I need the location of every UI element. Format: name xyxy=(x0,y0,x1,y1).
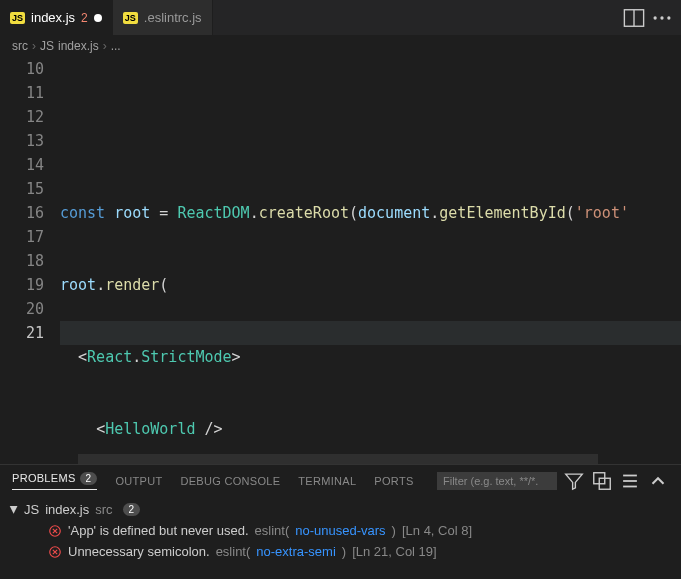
breadcrumb-file[interactable]: JS index.js xyxy=(40,39,99,53)
line-number: 13 xyxy=(0,129,44,153)
problem-location: [Ln 4, Col 8] xyxy=(402,523,472,538)
error-icon xyxy=(48,545,62,559)
problems-badge: 2 xyxy=(80,472,98,485)
panel-tabs: Problems2 Output Debug Console Terminal … xyxy=(0,465,681,497)
breadcrumb[interactable]: src › JS index.js › ... xyxy=(0,35,681,57)
tab-eslintrc-js[interactable]: JS .eslintrc.js xyxy=(113,0,213,35)
js-icon: JS xyxy=(24,502,39,517)
problem-file-name: index.js xyxy=(45,502,89,517)
current-line-highlight xyxy=(60,321,681,345)
chevron-up-icon[interactable] xyxy=(647,470,669,492)
js-icon: JS xyxy=(40,39,54,53)
line-number: 12 xyxy=(0,105,44,129)
error-count: 2 xyxy=(81,11,88,25)
problem-source: eslint( xyxy=(216,544,251,559)
chevron-down-icon[interactable]: ▶ xyxy=(9,506,20,514)
tab-index-js[interactable]: JS index.js 2 xyxy=(0,0,113,35)
line-number: 16 xyxy=(0,201,44,225)
svg-point-2 xyxy=(653,16,656,19)
chevron-right-icon: › xyxy=(103,39,107,53)
filter-icon[interactable] xyxy=(563,470,585,492)
bottom-panel: Problems2 Output Debug Console Terminal … xyxy=(0,464,681,579)
problem-item[interactable]: Unnecessary semicolon. eslint(no-extra-s… xyxy=(10,541,671,562)
breadcrumb-folder[interactable]: src xyxy=(12,39,28,53)
view-as-list-icon[interactable] xyxy=(619,470,641,492)
line-number: 21 xyxy=(0,321,44,345)
line-number: 18 xyxy=(0,249,44,273)
error-icon xyxy=(48,524,62,538)
tab-label: index.js xyxy=(31,10,75,25)
code-line: <React.StrictMode> xyxy=(60,345,681,369)
js-icon: JS xyxy=(123,12,138,24)
tab-label: .eslintrc.js xyxy=(144,10,202,25)
problem-location: [Ln 21, Col 19] xyxy=(352,544,437,559)
file-problem-count: 2 xyxy=(123,503,141,516)
breadcrumb-file-label: index.js xyxy=(58,39,99,53)
problem-message: 'App' is defined but never used. xyxy=(68,523,249,538)
line-number: 10 xyxy=(0,57,44,81)
svg-point-4 xyxy=(667,16,670,19)
line-gutter: 10 11 12 13 14 15 16 17 18 19 20 21 xyxy=(0,57,60,452)
breadcrumb-tail[interactable]: ... xyxy=(111,39,121,53)
problem-rule-link[interactable]: no-extra-semi xyxy=(256,544,335,559)
tab-problems[interactable]: Problems2 xyxy=(12,472,97,490)
tab-terminal[interactable]: Terminal xyxy=(298,475,356,487)
horizontal-scrollbar[interactable] xyxy=(78,454,598,464)
problem-item[interactable]: 'App' is defined but never used. eslint(… xyxy=(10,520,671,541)
line-number: 19 xyxy=(0,273,44,297)
svg-point-3 xyxy=(660,16,663,19)
problems-filter-input[interactable] xyxy=(437,472,557,490)
code-line xyxy=(60,129,681,153)
problem-file-folder: src xyxy=(95,502,112,517)
chevron-right-icon: › xyxy=(32,39,36,53)
dirty-dot-icon xyxy=(94,14,102,22)
code-line: root.render( xyxy=(60,273,681,297)
js-icon: JS xyxy=(10,12,25,24)
more-actions-icon[interactable] xyxy=(651,7,673,29)
problem-source: eslint( xyxy=(255,523,290,538)
code-editor[interactable]: 10 11 12 13 14 15 16 17 18 19 20 21 cons… xyxy=(0,57,681,452)
line-number: 17 xyxy=(0,225,44,249)
line-number: 20 xyxy=(0,297,44,321)
tab-output[interactable]: Output xyxy=(115,475,162,487)
problems-list: ▶ JS index.js src 2 'App' is defined but… xyxy=(0,497,681,564)
line-number: 14 xyxy=(0,153,44,177)
code-line: const root = ReactDOM.createRoot(documen… xyxy=(60,201,681,225)
line-number: 11 xyxy=(0,81,44,105)
problem-rule-link[interactable]: no-unused-vars xyxy=(295,523,385,538)
line-number: 15 xyxy=(0,177,44,201)
tab-ports[interactable]: Ports xyxy=(374,475,413,487)
code-line: <HelloWorld /> xyxy=(60,417,681,441)
code-content[interactable]: const root = ReactDOM.createRoot(documen… xyxy=(60,57,681,452)
problem-message: Unnecessary semicolon. xyxy=(68,544,210,559)
problem-file-row[interactable]: ▶ JS index.js src 2 xyxy=(10,499,671,520)
split-editor-icon[interactable] xyxy=(623,7,645,29)
editor-tabs: JS index.js 2 JS .eslintrc.js xyxy=(0,0,681,35)
tab-debug-console[interactable]: Debug Console xyxy=(180,475,280,487)
collapse-all-icon[interactable] xyxy=(591,470,613,492)
